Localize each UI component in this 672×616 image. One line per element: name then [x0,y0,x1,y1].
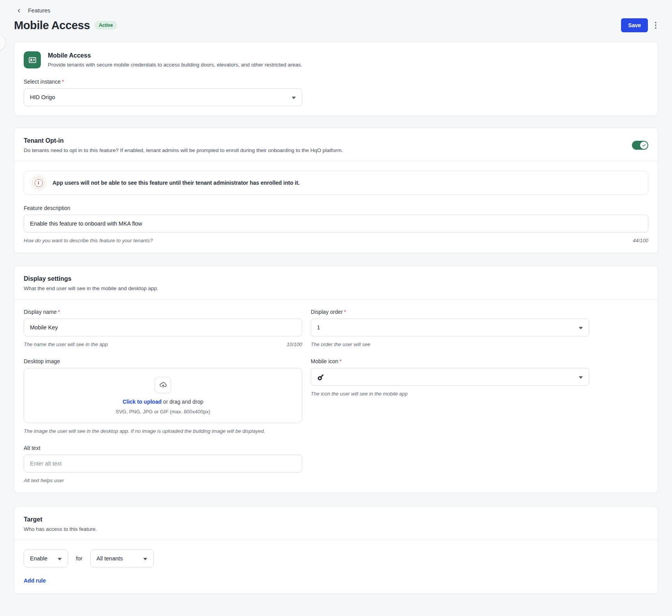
feature-description-helper: How do you want to describe this feature… [24,238,153,243]
display-order-select[interactable]: 1 [311,318,589,336]
overflow-menu-icon[interactable] [653,20,658,30]
instance-select-value: HID Origo [30,94,55,100]
tenant-opt-in-card: Tenant Opt-in Do tenants need to opt in … [14,128,658,253]
enrollment-alert: i App users will not be able to see this… [24,171,648,195]
tenant-opt-in-toggle[interactable] [632,141,648,150]
rule-audience-select[interactable]: All tenants [90,550,154,567]
id-badge-icon [28,56,37,65]
mobile-icon-label: Mobile icon* [311,358,589,364]
chevron-down-icon [143,555,147,562]
back-icon[interactable] [14,6,23,15]
select-instance-label: Select instance* [24,79,302,85]
status-badge: Active [94,21,117,30]
chevron-down-icon [58,555,62,562]
breadcrumb-features-link[interactable]: Features [28,7,50,14]
page: Features Mobile Access Active Save [0,0,672,603]
mobile-icon-helper: The icon the user will see in the mobile… [311,391,408,397]
display-order-label: Display order* [311,309,589,315]
feature-description-counter: 44/100 [633,238,648,243]
display-name-input[interactable] [24,318,302,336]
target-subtitle: Who has access to this feature. [24,526,648,532]
rule-connector-text: for [76,555,82,562]
breadcrumb: Features [14,0,658,15]
display-name-counter: 10/100 [287,341,302,347]
display-order-value: 1 [317,324,320,331]
display-order-helper: The order the user will see [311,341,370,347]
target-title: Target [24,516,648,523]
display-settings-title: Display settings [24,275,648,282]
desktop-image-label: Desktop image [24,358,302,364]
alt-text-label: Alt text [24,445,302,451]
chevron-down-icon [292,94,296,100]
display-settings-subtitle: What the end user will see in the mobile… [24,285,648,291]
add-rule-link[interactable]: Add rule [24,578,46,584]
feature-summary-card: Mobile Access Provide tenants with secur… [14,42,658,116]
page-title: Mobile Access [14,19,90,32]
check-icon [642,144,646,147]
target-rule-row: Enable for All tenants [24,550,648,567]
page-header: Mobile Access Active Save [14,18,658,32]
drag-drop-text: or drag and drop [161,399,203,405]
rule-audience-value: All tenants [96,555,123,562]
display-settings-card: Display settings What the end user will … [14,266,658,493]
chevron-down-icon [579,324,583,331]
click-to-upload-link[interactable]: Click to upload [122,399,161,405]
feature-card-title: Mobile Access [48,52,302,59]
info-icon: i [30,175,47,191]
alt-text-helper: Alt text helps user [24,478,64,483]
rule-action-select[interactable]: Enable [24,550,68,567]
desktop-image-helper: The image the user will see in the deskt… [24,428,265,434]
chevron-down-icon [579,374,583,380]
desktop-image-dropzone[interactable]: Click to upload or drag and drop SVG, PN… [24,368,302,423]
alt-text-input[interactable] [24,455,302,472]
feature-description-label: Feature description [24,205,648,211]
save-button[interactable]: Save [621,18,648,32]
mobile-icon-select[interactable] [311,368,589,386]
target-card: Target Who has access to this feature. E… [14,506,658,594]
feature-description-input[interactable] [24,215,648,233]
rule-action-value: Enable [30,555,47,562]
tenant-opt-in-description: Do tenants need to opt in to this featur… [24,147,343,153]
key-icon [317,373,325,381]
feature-tile [24,51,41,68]
display-name-label: Display name* [24,309,302,315]
instance-select[interactable]: HID Origo [24,88,302,106]
cloud-upload-icon [155,377,171,393]
display-name-helper: The name the user will see in the app [24,341,108,347]
feature-card-description: Provide tenants with secure mobile crede… [48,62,302,68]
upload-formats-text: SVG, PNG, JPG or GIF (max. 800x400px) [116,409,210,415]
tenant-opt-in-title: Tenant Opt-in [24,137,343,144]
enrollment-alert-text: App users will not be able to see this f… [52,180,300,186]
